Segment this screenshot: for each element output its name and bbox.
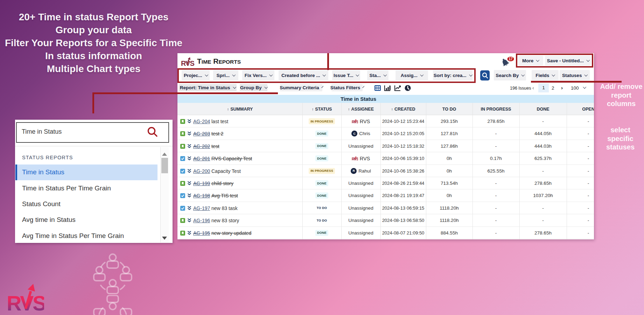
svg-text:17: 17 <box>509 57 513 61</box>
svg-text:RVS: RVS <box>7 292 44 312</box>
